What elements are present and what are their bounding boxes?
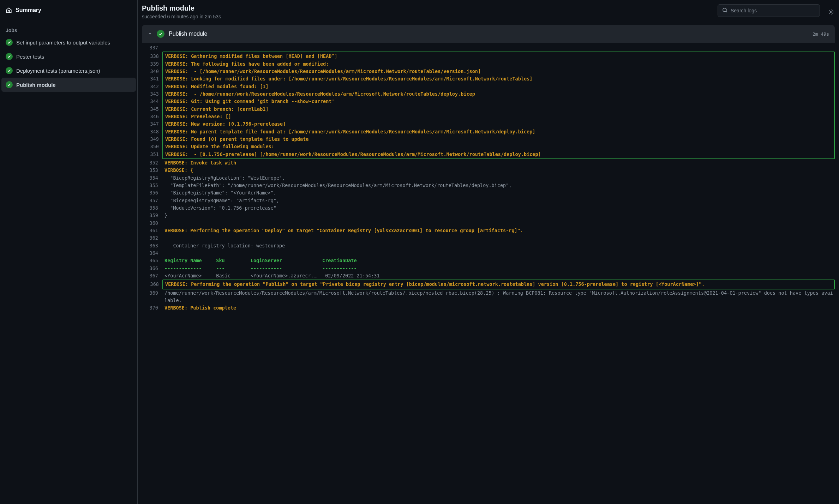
line-content: VERBOSE: Found [0] parent template files… [162,136,834,143]
step-duration: 2m 49s [813,31,829,37]
line-number: 340 [143,68,162,75]
line-content: VERBOSE: - /home/runner/work/ResourceMod… [162,90,834,98]
line-content: Registry Name Sku LoginServer CreationDa… [162,257,835,264]
log-line: 361VERBOSE: Performing the operation "De… [142,227,835,234]
sidebar: Summary Jobs Set input parameters to out… [0,0,138,504]
line-content: "BicepRegistryRgName": "artifacts-rg", [162,197,835,204]
search-logs[interactable] [718,4,820,17]
line-content: VERBOSE: The following files have been a… [162,60,834,68]
log-line: 344VERBOSE: Git: Using git command 'git … [163,98,834,105]
summary-label: Summary [16,7,41,13]
line-number: 356 [142,189,162,197]
sidebar-item-label: Pester tests [16,54,44,60]
line-number: 341 [143,75,162,83]
log-line: 358 "ModuleVersion": "0.1.756-prerelease… [142,204,835,212]
line-number: 354 [142,174,162,182]
line-content [162,250,835,257]
line-number: 365 [142,257,162,264]
line-number: 348 [143,128,162,136]
line-number: 343 [143,90,162,98]
sidebar-item-3[interactable]: Publish module [1,78,136,92]
line-number: 338 [143,53,162,60]
log-line: 347VERBOSE: New version: [0.1.756-prerel… [163,120,834,128]
line-number: 363 [142,242,162,250]
home-icon [6,7,12,13]
summary-nav[interactable]: Summary [1,4,136,17]
check-icon [6,53,13,60]
line-content: "BicepRegistryRgLocation": "WestEurope", [162,174,835,182]
log-line: 367<YourAcrName> Basic <YourAcrName>.azu… [142,272,835,280]
log-line: 343VERBOSE: - /home/runner/work/Resource… [163,90,834,98]
line-content: } [162,212,835,219]
log-line: 362 [142,234,835,242]
line-content: "BicepRegistryName": "<YourAcrName>", [162,189,835,197]
line-number: 353 [142,167,162,174]
log-line: 355 "TemplateFilePath": "/home/runner/wo… [142,182,835,189]
line-number: 359 [142,212,162,219]
line-number: 368 [143,281,162,288]
sidebar-item-1[interactable]: Pester tests [1,49,136,64]
line-number: 337 [142,44,162,52]
line-number: 367 [142,272,162,280]
line-number: 351 [143,151,162,158]
line-content: VERBOSE: Performing the operation "Deplo… [162,227,835,234]
settings-button[interactable] [828,8,835,16]
line-content: ------------- --- ----------- ----------… [162,265,835,272]
line-number: 346 [143,113,162,120]
log-line: 341VERBOSE: Looking for modified files u… [163,75,834,83]
search-input[interactable] [731,8,815,13]
log-line: 353VERBOSE: { [142,167,835,174]
page-title: Publish module [142,4,713,12]
line-content: VERBOSE: { [162,167,835,174]
sidebar-item-2[interactable]: Deployment tests (parameters.json) [1,64,136,78]
log-line: 339VERBOSE: The following files have bee… [163,60,834,68]
line-content: VERBOSE: No parent template file found a… [162,128,834,136]
chevron-down-icon[interactable] [148,31,152,36]
log-line: 342VERBOSE: Modified modules found: [1] [163,83,834,90]
line-content: "TemplateFilePath": "/home/runner/work/R… [162,182,835,189]
svg-point-0 [723,8,726,12]
line-content: VERBOSE: Performing the operation "Publi… [162,281,834,288]
log-line: 350VERBOSE: Update the following modules… [163,143,834,150]
check-icon [157,30,164,38]
line-number: 370 [142,304,162,312]
highlight-region: 338VERBOSE: Gathering modified files bet… [162,52,835,159]
line-content: VERBOSE: Publish complete [162,304,835,312]
page-subtitle: succeeded 6 minutes ago in 2m 53s [142,14,713,19]
log-line: 359} [142,212,835,219]
log-line: 345VERBOSE: Current branch: [carmlLab1] [163,106,834,113]
log-line: 357 "BicepRegistryRgName": "artifacts-rg… [142,197,835,204]
highlight-region: 368VERBOSE: Performing the operation "Pu… [162,280,835,289]
log-line: 351VERBOSE: - [0.1.756-prerelease] [/hom… [163,151,834,158]
search-icon [722,7,728,14]
sidebar-item-label: Set input parameters to output variables [16,40,110,46]
log-line: 366------------- --- ----------- -------… [142,265,835,272]
line-number: 344 [143,98,162,105]
line-number: 364 [142,250,162,257]
line-content [162,220,835,227]
line-number: 355 [142,182,162,189]
line-number: 357 [142,197,162,204]
line-content: "ModuleVersion": "0.1.756-prerelease" [162,204,835,212]
log-line: 370VERBOSE: Publish complete [142,304,835,312]
log-output[interactable]: 337338VERBOSE: Gathering modified files … [142,43,835,319]
line-number: 347 [143,120,162,128]
sidebar-item-0[interactable]: Set input parameters to output variables [1,35,136,49]
sidebar-item-label: Publish module [16,82,56,88]
line-content: VERBOSE: New version: [0.1.756-prereleas… [162,120,834,128]
line-content: <YourAcrName> Basic <YourAcrName>.azurec… [162,272,835,280]
log-line: 338VERBOSE: Gathering modified files bet… [163,53,834,60]
step-header[interactable]: Publish module 2m 49s [142,25,835,43]
line-content: Container registry location: westeurope [162,242,835,250]
jobs-section-label: Jobs [1,17,136,35]
line-number: 360 [142,220,162,227]
log-line: 352VERBOSE: Invoke task with [142,159,835,167]
line-number: 362 [142,234,162,242]
log-line: 369/home/runner/work/ResourceModules/Res… [142,289,835,305]
step-title: Publish module [169,31,808,37]
header: Publish module succeeded 6 minutes ago i… [142,3,835,25]
log-line: 354 "BicepRegistryRgLocation": "WestEuro… [142,174,835,182]
log-line: 364 [142,250,835,257]
line-number: 358 [142,204,162,212]
line-number: 369 [142,289,162,305]
